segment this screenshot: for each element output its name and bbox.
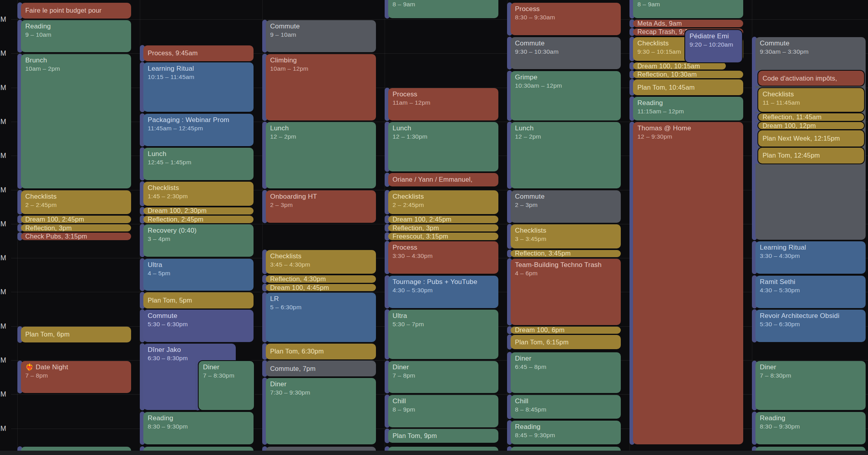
event-time: 11:45am – 12:45pm	[148, 124, 250, 132]
event-chip[interactable]: Process, 9:45am	[143, 45, 254, 61]
event-chip[interactable]: Dream 100, 12pm	[758, 122, 864, 130]
event-block[interactable]: Revoir Architecture Obsidi5:30 – 6:30pm	[755, 310, 866, 342]
event-chip[interactable]: Plan Tom, 6:30pm	[266, 344, 376, 359]
event-block[interactable]: Diner7 – 8:30pm	[199, 361, 254, 410]
event-block[interactable]: Ultra5:30 – 7pm	[388, 310, 498, 359]
event-block[interactable]: Diner7 – 8pm	[388, 361, 498, 393]
event-block[interactable]: Checklists1:45 – 2:30pm	[143, 182, 254, 205]
event-chip[interactable]: Commute, 7pm	[266, 361, 376, 376]
event-block[interactable]: Lunch12 – 2pm	[511, 122, 621, 188]
event-title: Process	[393, 243, 494, 252]
event-chip[interactable]: Plan Tom, 9pm	[388, 429, 498, 443]
event-block[interactable]: Checklists3:45 – 4:30pm	[266, 250, 376, 274]
event-block[interactable]: Pédiatre Emi9:20 – 10:20am	[685, 30, 742, 62]
event-chip[interactable]: Meta Ads, 9am	[633, 20, 743, 27]
event-chip[interactable]: Dream 100, 6pm	[511, 327, 621, 334]
event-label: Plan Next Week, 12:15pm	[763, 135, 840, 142]
event-block[interactable]: Process8:30 – 9:30am	[511, 3, 621, 35]
event-time: 9 – 10am	[25, 31, 127, 39]
event-block[interactable]: Commute9 – 10am	[266, 20, 376, 53]
event-block[interactable]: Checklists2 – 2:45pm	[21, 190, 131, 214]
event-block[interactable]: Process3:30 – 4:30pm	[388, 241, 498, 274]
event-chip[interactable]: Plan Next Week, 12:15pm	[758, 130, 864, 146]
event-block[interactable]: Lunch12 – 2pm	[266, 122, 376, 188]
event-title: Climbing	[270, 56, 372, 65]
event-label: Plan Tom, 6:30pm	[270, 348, 324, 355]
event-block[interactable]: Commute9:30 – 10:30am	[511, 37, 621, 70]
event-block[interactable]: Ramit Sethi4:30 – 5:30pm	[755, 276, 866, 308]
event-block[interactable]: Commute2 – 3pm	[511, 190, 621, 223]
event-block[interactable]: Reading11:15am – 12pm	[633, 97, 743, 120]
event-block[interactable]: Commute5:30 – 6:30pm	[143, 310, 254, 342]
event-block[interactable]: LR5 – 6:30pm	[266, 293, 376, 342]
event-chip[interactable]: Plan Tom, 5pm	[143, 292, 254, 308]
event-label: Faire le point budget pour	[25, 7, 101, 14]
event-chip[interactable]: Code d'activation impôts,	[758, 71, 864, 86]
event-chip[interactable]: Reflection, 2:45pm	[143, 216, 254, 223]
event-block[interactable]: Reading9 – 10am	[21, 20, 131, 53]
event-block[interactable]: Checklists11 – 11:45am	[758, 88, 864, 112]
event-chip[interactable]: Plan Tom, 10:45am	[633, 79, 743, 95]
event-chip[interactable]: Dream 100, 10:15am	[633, 62, 726, 70]
event-time: 8 – 9am	[637, 0, 739, 8]
event-chip[interactable]: Reflection, 3pm	[388, 224, 498, 232]
event-chip[interactable]: Faire le point budget pour	[21, 3, 131, 19]
event-time: 9 – 10am	[270, 31, 372, 39]
event-block[interactable]: Tournage : Pubs + YouTube4:30 – 5:30pm	[388, 276, 498, 308]
event-time: 1:45 – 2:30pm	[148, 192, 250, 200]
event-block[interactable]: Diner7 – 8:30pm	[755, 361, 866, 410]
event-time: 12 – 2pm	[270, 133, 372, 141]
event-block[interactable]: Lunch12 – 1:30pm	[388, 122, 498, 171]
event-time: 12:45 – 1:45pm	[148, 158, 250, 166]
event-block[interactable]: Packaging : Webinar Prom11:45am – 12:45p…	[143, 114, 254, 146]
event-chip[interactable]: Reflection, 10:30am	[633, 71, 743, 78]
event-block[interactable]: Reading8:45 – 9:30pm	[511, 421, 621, 444]
event-chip[interactable]: Check Pubs, 3:15pm	[21, 233, 131, 240]
event-title: Commute	[760, 39, 862, 48]
bottom-bar	[0, 451, 868, 455]
hour-label: M	[0, 323, 8, 330]
event-chip[interactable]: Dream 100, 2:45pm	[388, 216, 498, 223]
event-block[interactable]: Lunch12:45 – 1:45pm	[143, 148, 254, 180]
event-chip[interactable]: Oriane / Yann / Emmanuel,	[388, 173, 498, 186]
event-time: 10:30am – 12pm	[515, 82, 617, 90]
event-block[interactable]: Thomas @ Home12 – 9:30pm	[633, 122, 743, 444]
event-block[interactable]: Brunch10am – 2pm	[21, 54, 131, 189]
event-block[interactable]: Team-Building Techno Trash4 – 6pm	[511, 259, 621, 325]
event-block[interactable]: Learning Ritual3:30 – 4:30pm	[755, 241, 866, 274]
event-chip[interactable]: Freescout, 3:15pm	[388, 233, 498, 240]
event-block[interactable]: Diner6:45 – 8pm	[511, 352, 621, 393]
event-chip[interactable]: Plan Tom, 6:15pm	[511, 335, 621, 349]
event-block[interactable]: Recovery (0:40)3 – 4pm	[143, 224, 254, 257]
event-chip[interactable]: Dream 100, 2:30pm	[143, 207, 254, 215]
event-chip[interactable]: Dream 100, 4:45pm	[266, 284, 376, 291]
event-block[interactable]: Grimpe10:30am – 12pm	[511, 71, 621, 120]
event-chip[interactable]: Dream 100, 2:45pm	[21, 216, 131, 223]
event-block[interactable]: Diner7:30 – 9:30pm	[266, 378, 376, 444]
event-chip[interactable]: Reflection, 11:45am	[758, 113, 864, 121]
event-block[interactable]: 8 – 9am	[633, 0, 743, 18]
event-block[interactable]: Checklists2 – 2:45pm	[388, 190, 498, 214]
event-label: Reflection, 11:45am	[763, 114, 821, 120]
event-block[interactable]: Chill8 – 8:45pm	[511, 395, 621, 419]
event-block[interactable]: ❤️‍🔥 Date Night7 – 8pm	[21, 361, 131, 393]
event-block[interactable]: Checklists3 – 3:45pm	[511, 224, 621, 248]
event-block[interactable]: Reading8:30 – 9:30pm	[755, 412, 866, 444]
event-chip[interactable]: Reflection, 3pm	[21, 224, 131, 232]
event-block[interactable]: Process11am – 12pm	[388, 88, 498, 120]
event-block[interactable]: Learning Ritual10:15 – 11:45am	[143, 62, 254, 112]
event-block[interactable]: Reading8:30 – 9:30pm	[143, 412, 254, 444]
event-block[interactable]: Ultra4 – 5pm	[143, 259, 254, 291]
event-block[interactable]: Chill8 – 9pm	[388, 395, 498, 427]
event-chip[interactable]: Reflection, 4:30pm	[266, 275, 376, 283]
event-block[interactable]: Onboarding HT2 – 3pm	[266, 190, 376, 223]
event-block[interactable]: 8 – 9am	[388, 0, 498, 18]
event-title: Diner	[515, 354, 617, 363]
event-chip[interactable]: Plan Tom, 6pm	[21, 327, 131, 342]
event-label: Plan Tom, 5pm	[148, 297, 192, 304]
event-label: Freescout, 3:15pm	[393, 233, 448, 240]
event-title: Brunch	[25, 56, 127, 65]
event-chip[interactable]: Plan Tom, 12:45pm	[758, 148, 864, 164]
event-block[interactable]: Climbing10am – 12pm	[266, 54, 376, 120]
event-chip[interactable]: Reflection, 3:45pm	[511, 250, 621, 258]
